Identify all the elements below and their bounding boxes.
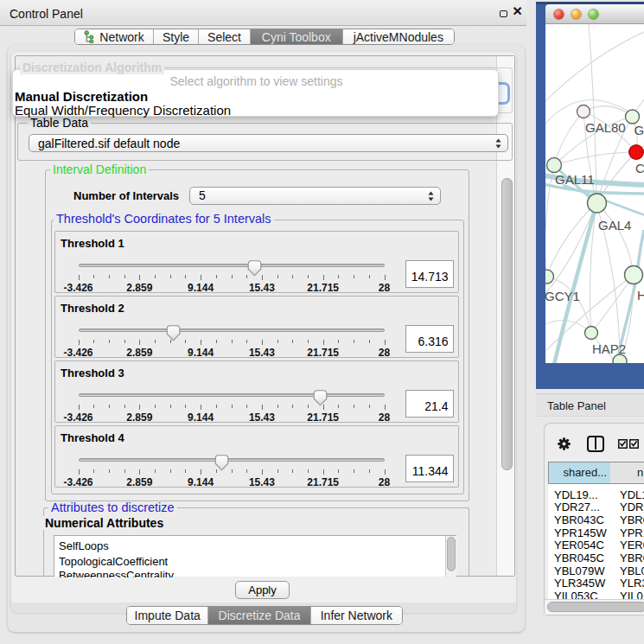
svg-text:C: C [635, 161, 644, 175]
svg-text:GA: GA [634, 123, 644, 137]
svg-text:GCY1: GCY1 [545, 289, 580, 303]
svg-text:HAP2: HAP2 [592, 341, 626, 356]
svg-text:GAL4: GAL4 [598, 218, 631, 233]
svg-text:GAL80: GAL80 [585, 120, 626, 135]
svg-text:H: H [637, 288, 644, 303]
svg-text:GAL11: GAL11 [555, 172, 595, 187]
